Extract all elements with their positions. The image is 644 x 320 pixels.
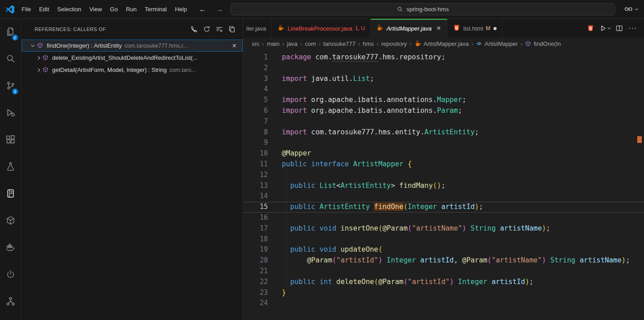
- code-line[interactable]: 1package com.tarosuke777.hms.repository;: [243, 52, 644, 63]
- activity-item-testing[interactable]: [0, 154, 22, 181]
- breadcrumb-item-repository[interactable]: repository: [381, 40, 407, 47]
- refresh-icon[interactable]: [201, 24, 212, 35]
- activity-item-extensions[interactable]: [0, 127, 22, 154]
- activity-bar: 23: [0, 19, 22, 320]
- clear-all-icon[interactable]: [214, 24, 225, 35]
- run-button[interactable]: [600, 25, 610, 32]
- line-content: }: [268, 288, 286, 298]
- code-line[interactable]: 16: [243, 213, 644, 223]
- editor-actions: ···: [582, 19, 644, 38]
- line-number: 19: [243, 244, 268, 255]
- tab-ArtistMapper.java[interactable]: ArtistMapper.java×: [371, 19, 448, 38]
- java-icon: [414, 40, 422, 47]
- run-dropdown-icon[interactable]: [608, 26, 611, 29]
- code-line[interactable]: 19 public void updateOne(: [243, 244, 644, 255]
- html-preview-icon[interactable]: [587, 25, 594, 32]
- breadcrumb-item-tarosuke777[interactable]: tarosuke777: [323, 40, 355, 47]
- call-hierarchy-icon[interactable]: [189, 24, 200, 35]
- code-line[interactable]: 20 @Param("artistId") Integer artistId, …: [243, 255, 644, 266]
- menu-terminal[interactable]: Terminal: [141, 4, 171, 15]
- code-line[interactable]: 10@Mapper: [243, 148, 644, 159]
- breadcrumb-label: hms: [363, 40, 374, 47]
- code-line[interactable]: 24: [243, 298, 644, 309]
- activity-item-hierarchy[interactable]: [0, 289, 22, 316]
- copy-all-icon[interactable]: [227, 24, 237, 35]
- line-number: 21: [243, 266, 268, 277]
- activity-item-search[interactable]: [0, 46, 22, 73]
- reference-item[interactable]: delete_ExistingArtist_ShouldDeleteAndRed…: [22, 52, 243, 64]
- menu-go[interactable]: Go: [106, 4, 122, 15]
- activity-item-package[interactable]: [0, 208, 22, 235]
- back-arrow-icon[interactable]: ←: [199, 5, 206, 13]
- activity-item-explorer[interactable]: 2: [0, 19, 22, 46]
- code-editor[interactable]: 1package com.tarosuke777.hms.repository;…: [243, 49, 644, 320]
- code-line[interactable]: 5import org.apache.ibatis.annotations.Ma…: [243, 95, 644, 106]
- code-line[interactable]: 18: [243, 234, 644, 245]
- code-line[interactable]: 22 public int deleteOne(@Param("artistId…: [243, 277, 644, 288]
- hierarchy-icon: [6, 297, 15, 308]
- code-line[interactable]: 4: [243, 84, 644, 95]
- activity-item-source-control[interactable]: 3: [0, 73, 22, 100]
- breadcrumb-separator: ›: [356, 40, 362, 47]
- breadcrumb-item-main[interactable]: main: [267, 40, 280, 47]
- line-number: 12: [243, 170, 268, 181]
- activity-item-power[interactable]: [0, 262, 22, 289]
- reference-label: findOne(Integer) : ArtistEntity: [47, 42, 122, 49]
- code-line[interactable]: 11public interface ArtistMapper {: [243, 159, 644, 170]
- iface-icon: [476, 40, 482, 47]
- menu-help[interactable]: Help: [171, 4, 191, 15]
- line-number: 15: [243, 202, 268, 213]
- breadcrumb-item-ArtistMapper.java[interactable]: ArtistMapper.java: [414, 40, 469, 47]
- reference-item[interactable]: getDetail(ArtistForm, Model, Integer) : …: [22, 64, 243, 76]
- split-editor-icon[interactable]: [616, 25, 623, 32]
- menu-selection[interactable]: Selection: [53, 4, 85, 15]
- copilot-menu[interactable]: [624, 5, 638, 13]
- containers-icon: [6, 243, 15, 254]
- reference-detail: com.tarosuke777.hms.r...: [124, 43, 187, 49]
- code-line[interactable]: 2: [243, 63, 644, 74]
- tab-LineBreakProcessor.java[interactable]: LineBreakProcessor.java1, U: [272, 19, 371, 38]
- activity-item-containers[interactable]: [0, 235, 22, 262]
- chevron-right-icon[interactable]: [36, 68, 40, 71]
- code-line[interactable]: 21: [243, 266, 644, 277]
- line-content: [268, 298, 282, 309]
- forward-arrow-icon[interactable]: →: [216, 5, 223, 13]
- tab-list.html[interactable]: list.htmlM: [448, 19, 502, 38]
- menu-edit[interactable]: Edit: [35, 4, 53, 15]
- code-line[interactable]: 23}: [243, 288, 644, 298]
- menu-run[interactable]: Run: [122, 4, 141, 15]
- breadcrumb-label: src: [252, 40, 259, 47]
- line-number: 20: [243, 255, 268, 266]
- code-line[interactable]: 17 public void insertOne(@Param("artistN…: [243, 223, 644, 234]
- code-line[interactable]: 8import com.tarosuke777.hms.entity.Artis…: [243, 127, 644, 138]
- close-tab-icon[interactable]: ×: [436, 24, 442, 32]
- menu-file[interactable]: File: [18, 4, 35, 15]
- code-line[interactable]: 15 public ArtistEntity findOne(Integer a…: [243, 202, 644, 213]
- close-reference-icon[interactable]: ×: [231, 42, 238, 50]
- more-actions-icon[interactable]: ···: [628, 26, 637, 31]
- command-center[interactable]: spring-boot-hms: [231, 3, 615, 15]
- menu-view[interactable]: View: [85, 4, 106, 15]
- breadcrumb-item-hms[interactable]: hms: [363, 40, 374, 47]
- code-line[interactable]: 7: [243, 116, 644, 127]
- breadcrumb-item-java[interactable]: java: [287, 40, 298, 47]
- code-line[interactable]: 13 public List<ArtistEntity> findMany();: [243, 181, 644, 191]
- chevron-right-icon[interactable]: [36, 56, 40, 59]
- breadcrumb-item-src[interactable]: src: [252, 40, 259, 47]
- activity-item-notebook[interactable]: [0, 181, 22, 208]
- breadcrumb-item-com[interactable]: com: [305, 40, 316, 47]
- overview-ruler-marker: [637, 136, 642, 143]
- activity-item-run-debug[interactable]: [0, 100, 22, 127]
- breadcrumb-item-ArtistMapper[interactable]: ArtistMapper: [476, 40, 518, 47]
- code-line[interactable]: 6import org.apache.ibatis.annotations.Pa…: [243, 106, 644, 116]
- code-line[interactable]: 3import java.util.List;: [243, 74, 644, 84]
- chevron-down-icon[interactable]: [31, 43, 35, 47]
- breadcrumb-label: com: [305, 40, 316, 47]
- breadcrumb-item-findOne(In[interactable]: findOne(In: [525, 40, 561, 47]
- code-line[interactable]: 12: [243, 170, 644, 181]
- tab-ller.java[interactable]: ller.java: [243, 19, 272, 38]
- reference-item[interactable]: findOne(Integer) : ArtistEntitycom.taros…: [22, 40, 243, 52]
- code-line[interactable]: 14: [243, 191, 644, 202]
- code-line[interactable]: 9: [243, 138, 644, 148]
- chevron-down-icon: [635, 7, 638, 10]
